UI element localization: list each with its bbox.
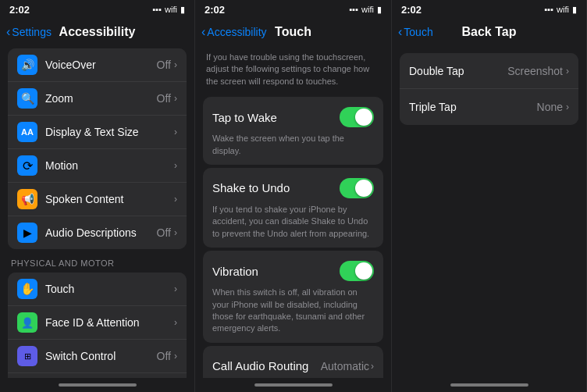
accessibility-top-section: 🔊 VoiceOver Off › 🔍 Zoom Off › AA Displa… <box>8 48 187 249</box>
back-to-touch[interactable]: ‹ Touch <box>398 25 433 39</box>
status-time-1: 2:02 <box>9 4 30 16</box>
spoken-content-chevron: › <box>174 194 177 205</box>
signal-icon: ▪▪▪ <box>152 5 162 14</box>
switch-control-label: Switch Control <box>45 350 157 362</box>
call-audio-label: Call Audio Routing <box>212 359 308 372</box>
vibration-row: Vibration <box>212 258 374 283</box>
display-text-icon: AA <box>17 122 37 142</box>
shake-to-undo-toggle[interactable] <box>340 178 374 198</box>
touch-row[interactable]: ✋ Touch › <box>8 273 187 306</box>
faceid-chevron: › <box>174 317 177 328</box>
zoom-value: Off <box>157 92 171 105</box>
voiceover-icon: 🔊 <box>17 55 37 75</box>
home-bar-3 <box>392 378 586 392</box>
double-tap-chevron: › <box>566 66 569 77</box>
motion-label: Motion <box>45 159 174 172</box>
shake-to-undo-knob <box>355 180 372 197</box>
vibration-block: Vibration When this switch is off, all v… <box>203 251 383 343</box>
signal-icon-3: ▪▪▪ <box>544 5 553 14</box>
switch-control-icon: ⊞ <box>17 346 37 366</box>
call-audio-chevron: › <box>371 361 374 372</box>
nav-title-2: Touch <box>275 25 311 39</box>
back-chevron-1: ‹ <box>6 25 10 39</box>
tap-to-wake-label: Tap to Wake <box>212 111 277 124</box>
motion-chevron: › <box>174 160 177 171</box>
vibration-desc: When this switch is off, all vibration o… <box>212 287 374 335</box>
audio-descriptions-row[interactable]: ▶ Audio Descriptions Off › <box>8 216 187 249</box>
motion-icon: ⟳ <box>17 155 37 176</box>
panel-accessibility: 2:02 ▪▪▪ wifi ▮ ‹ Settings Accessibility… <box>0 0 195 392</box>
battery-icon-2: ▮ <box>377 5 382 15</box>
nav-title-1: Accessibility <box>59 25 136 39</box>
call-audio-value-text: Automatic <box>321 360 369 372</box>
double-tap-value: Screenshot <box>507 65 563 77</box>
audio-desc-icon: ▶ <box>17 223 37 243</box>
triple-tap-row[interactable]: Triple Tap None › <box>400 89 578 125</box>
display-text-label: Display & Text Size <box>45 126 174 138</box>
home-indicator-3 <box>450 383 528 387</box>
status-bar-1: 2:02 ▪▪▪ wifi ▮ <box>0 0 194 17</box>
audio-desc-value: Off <box>157 226 171 239</box>
switch-control-chevron: › <box>174 351 177 362</box>
panel3-scroll: Double Tap Screenshot › Triple Tap None … <box>392 47 586 378</box>
status-time-3: 2:02 <box>401 4 422 16</box>
voiceover-label: VoiceOver <box>45 59 157 71</box>
status-time-2: 2:02 <box>205 4 225 16</box>
faceid-row[interactable]: 👤 Face ID & Attention › <box>8 306 187 340</box>
back-label-1: Settings <box>12 26 52 38</box>
switch-control-value: Off <box>157 350 171 362</box>
audio-desc-label: Audio Descriptions <box>45 226 157 239</box>
double-tap-label: Double Tap <box>409 65 507 77</box>
vibration-toggle[interactable] <box>340 261 374 281</box>
shake-to-undo-block: Shake to Undo If you tend to shake your … <box>203 168 383 248</box>
double-tap-row[interactable]: Double Tap Screenshot › <box>400 53 578 89</box>
voice-control-row[interactable]: 🎙 Voice Control Off › <box>8 373 187 378</box>
home-indicator-1 <box>59 383 137 387</box>
home-bar-2 <box>195 378 391 392</box>
back-to-settings[interactable]: ‹ Settings <box>6 25 52 39</box>
voiceover-chevron: › <box>174 59 177 70</box>
panel2-scroll: If you have trouble using the touchscree… <box>195 47 391 378</box>
back-label-3: Touch <box>404 26 432 38</box>
nav-title-3: Back Tap <box>462 25 517 39</box>
shake-to-undo-label: Shake to Undo <box>212 181 290 194</box>
tap-to-wake-knob <box>355 109 372 126</box>
zoom-icon: 🔍 <box>17 88 37 109</box>
status-bar-3: 2:02 ▪▪▪ wifi ▮ <box>392 0 586 17</box>
spoken-content-row[interactable]: 📢 Spoken Content › <box>8 183 187 216</box>
display-text-chevron: › <box>174 127 177 137</box>
tap-to-wake-row: Tap to Wake <box>212 105 374 130</box>
switch-control-row[interactable]: ⊞ Switch Control Off › <box>8 340 187 373</box>
wifi-icon-2: wifi <box>361 5 374 14</box>
touch-chevron: › <box>174 283 177 294</box>
battery-icon: ▮ <box>180 5 185 15</box>
wifi-icon: wifi <box>165 5 177 14</box>
battery-icon-3: ▮ <box>572 5 577 15</box>
back-to-accessibility[interactable]: ‹ Accessibility <box>201 25 267 39</box>
motion-row[interactable]: ⟳ Motion › <box>8 149 187 183</box>
back-chevron-2: ‹ <box>201 25 205 39</box>
spoken-content-icon: 📢 <box>17 189 37 209</box>
motor-section: ✋ Touch › 👤 Face ID & Attention › ⊞ Swit… <box>8 273 187 378</box>
triple-tap-value: None <box>537 101 563 113</box>
display-text-size-row[interactable]: AA Display & Text Size › <box>8 116 187 149</box>
nav-bar-3: ‹ Touch Back Tap <box>392 17 586 47</box>
call-audio-value: Automatic › <box>321 360 374 372</box>
touch-label: Touch <box>45 283 174 295</box>
wifi-icon-3: wifi <box>557 5 569 14</box>
status-icons-3: ▪▪▪ wifi ▮ <box>544 5 577 15</box>
section-header-physical: PHYSICAL AND MOTOR <box>0 251 194 271</box>
zoom-row[interactable]: 🔍 Zoom Off › <box>8 82 187 116</box>
status-bar-2: 2:02 ▪▪▪ wifi ▮ <box>195 0 391 17</box>
vibration-knob <box>355 262 372 280</box>
zoom-chevron: › <box>174 93 177 104</box>
audio-desc-chevron: › <box>174 227 177 238</box>
tap-to-wake-toggle[interactable] <box>340 107 374 127</box>
tap-to-wake-desc: Wake the screen when you tap the display… <box>212 133 374 157</box>
voiceover-value: Off <box>157 59 171 71</box>
faceid-icon: 👤 <box>17 312 37 333</box>
voiceover-row[interactable]: 🔊 VoiceOver Off › <box>8 48 187 82</box>
status-icons-2: ▪▪▪ wifi ▮ <box>349 5 382 15</box>
call-audio-row[interactable]: Call Audio Routing Automatic › <box>212 354 374 378</box>
call-audio-block[interactable]: Call Audio Routing Automatic › Call audi… <box>203 346 383 378</box>
